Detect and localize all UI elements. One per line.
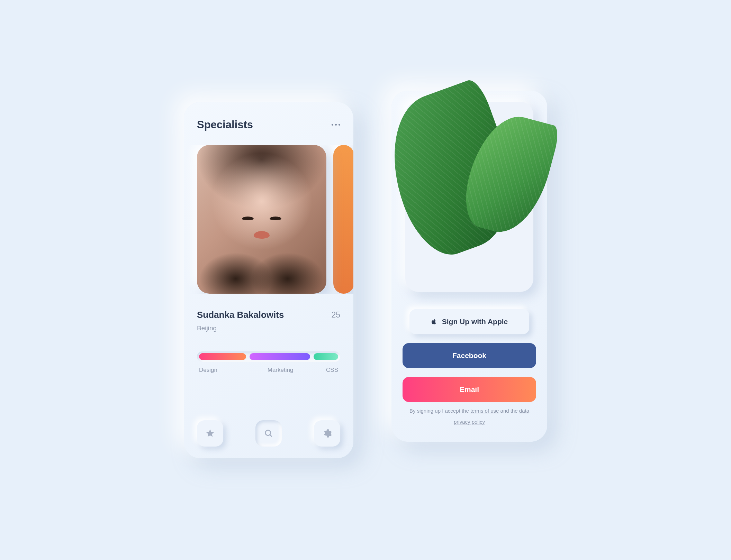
search-icon <box>264 429 273 438</box>
svg-line-1 <box>270 434 272 437</box>
search-button[interactable] <box>255 420 282 447</box>
screen-title: Specialists <box>197 119 253 131</box>
button-label: Facebook <box>452 351 486 360</box>
skill-segment-marketing <box>250 353 310 360</box>
specialist-photo-next[interactable] <box>333 145 353 294</box>
svg-point-0 <box>265 430 271 435</box>
skills-bar <box>197 351 340 362</box>
skill-label: CSS <box>312 367 338 374</box>
signup-apple-button[interactable]: Sign Up with Apple <box>409 309 529 334</box>
skill-label: Design <box>199 367 249 374</box>
star-icon <box>205 429 215 438</box>
bottom-nav <box>197 420 340 447</box>
specialist-location: Beijing <box>184 320 353 332</box>
specialist-age: 25 <box>331 310 340 320</box>
specialist-name: Sudanka Bakalowits <box>197 310 284 320</box>
signup-email-button[interactable]: Email <box>403 377 536 402</box>
signup-facebook-button[interactable]: Facebook <box>403 343 536 368</box>
settings-button[interactable] <box>314 420 340 447</box>
button-label: Sign Up with Apple <box>442 318 508 326</box>
specialists-screen: Specialists Sudanka Bakalowits 25 Beijin… <box>184 102 353 458</box>
more-icon[interactable] <box>332 124 340 126</box>
terms-link[interactable]: terms of use <box>470 408 499 414</box>
gear-icon <box>322 429 332 438</box>
hero-image <box>405 102 533 292</box>
skill-label: Marketing <box>249 367 312 374</box>
skill-segment-css <box>314 353 338 360</box>
favorites-button[interactable] <box>197 420 223 447</box>
specialist-cards[interactable] <box>184 145 353 294</box>
specialist-photo[interactable] <box>197 145 326 294</box>
apple-icon <box>431 318 437 325</box>
button-label: Email <box>460 385 479 394</box>
signup-screen: Sign Up with Apple Facebook Email By sig… <box>391 91 547 442</box>
skill-segment-design <box>199 353 246 360</box>
legal-text: By signing up I accept the terms of use … <box>407 405 532 427</box>
